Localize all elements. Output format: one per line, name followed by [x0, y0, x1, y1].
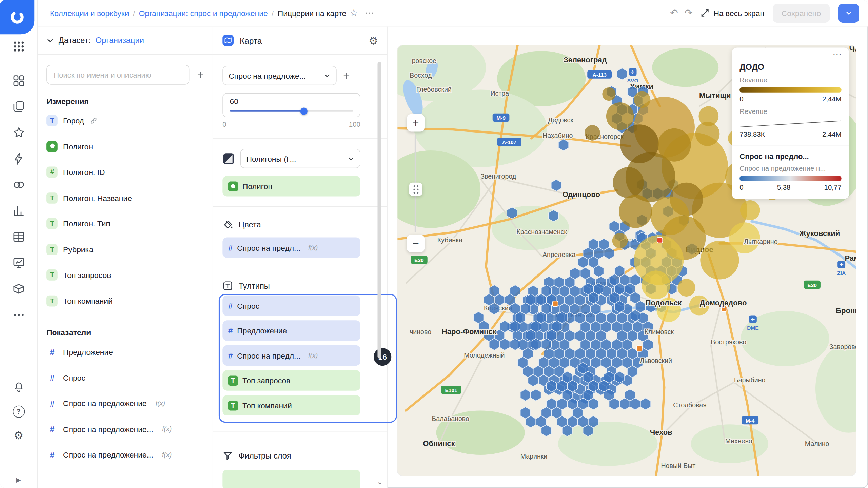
- expand-panel-icon[interactable]: ▶: [16, 476, 21, 484]
- field-label: Топ компаний: [63, 297, 113, 305]
- breadcrumb-collections[interactable]: Коллекции и воркбуки: [50, 8, 129, 17]
- measures-title: Показатели: [38, 328, 213, 337]
- map-hexbin: [617, 68, 627, 80]
- map-hexbin: [531, 389, 541, 401]
- tooltip-chip-top-kompaniy[interactable]: T Топ компаний: [222, 395, 360, 415]
- nav-dashboards-icon[interactable]: [12, 256, 25, 269]
- dataset-header[interactable]: Датасет: Организации: [38, 26, 213, 55]
- dimension-gorod[interactable]: T Город: [38, 108, 213, 134]
- chip-label: Спрос на предл...: [237, 243, 300, 252]
- tooltip-chip-predlozhenie[interactable]: # Предложение: [222, 320, 360, 341]
- zoom-in-button[interactable]: +: [407, 114, 425, 131]
- dimension-poligon[interactable]: Полигон: [38, 134, 213, 159]
- zoom-slider-handle[interactable]: [409, 183, 422, 196]
- more-menu-icon[interactable]: ⋯: [361, 8, 377, 18]
- geopolygon-field-chip[interactable]: Полигон: [222, 176, 360, 196]
- field-label: Полигон. Название: [63, 194, 132, 202]
- measure-spros-na-predlozhenie-2[interactable]: # Спрос на предложение... f(x): [38, 416, 213, 442]
- undo-icon[interactable]: ↶: [670, 7, 678, 19]
- side-rail: ? ⚙ ▶: [0, 0, 38, 488]
- add-field-icon[interactable]: +: [197, 69, 204, 80]
- map-hexbin: [558, 139, 569, 151]
- dimension-rubrika[interactable]: T Рубрика: [38, 237, 213, 262]
- legend-scale-max: 10,77: [824, 184, 842, 191]
- legend-more-icon[interactable]: ⋯: [739, 51, 841, 60]
- map-city-label: Заворово: [829, 343, 856, 350]
- dimension-top-kompaniy[interactable]: T Топ компаний: [38, 288, 213, 314]
- add-layer-icon[interactable]: +: [343, 70, 350, 81]
- opacity-slider-track[interactable]: [230, 110, 353, 112]
- measure-spros-na-predlozhenie-3[interactable]: # Спрос на предложение... f(x): [38, 442, 213, 468]
- map-city-label: Новый Быт: [661, 462, 695, 469]
- scroll-more-icon[interactable]: ⌄: [377, 477, 383, 486]
- map-legend: ⋯ ДОДО Revenue 0 2,44M Revenue 738,83К 2…: [732, 47, 849, 199]
- layer-filter-chip-partial[interactable]: [222, 470, 360, 488]
- nav-charts-icon[interactable]: [12, 204, 25, 217]
- dimension-poligon-id[interactable]: # Полигон. ID: [38, 159, 213, 185]
- tooltip-chip-spros-na-predl[interactable]: # Спрос на предл... f(x): [222, 345, 360, 366]
- layer-opacity-control[interactable]: 60: [222, 93, 360, 117]
- nav-datasets-icon[interactable]: [12, 230, 25, 243]
- number-type-icon: #: [46, 399, 58, 408]
- help-icon[interactable]: ?: [13, 406, 25, 418]
- nav-connections-icon[interactable]: [12, 178, 25, 191]
- nav-favorites-icon[interactable]: [12, 126, 25, 139]
- chart-settings-gear-icon[interactable]: ⚙: [369, 35, 378, 46]
- map-road-badge-label: Е101: [445, 387, 458, 393]
- string-type-icon: T: [228, 375, 238, 385]
- redo-icon[interactable]: ↷: [685, 7, 692, 19]
- chip-label: Полигон: [242, 182, 272, 190]
- dimension-poligon-name[interactable]: T Полигон. Название: [38, 185, 213, 211]
- tooltip-chip-spros[interactable]: # Спрос: [222, 296, 360, 316]
- map-bubble: [620, 124, 659, 163]
- dimension-poligon-type[interactable]: T Полигон. Тип: [38, 211, 213, 237]
- map-bubble: [619, 195, 652, 228]
- number-type-icon: #: [46, 347, 58, 357]
- field-label: Спрос на предложение: [63, 399, 147, 408]
- string-type-icon: T: [46, 295, 58, 306]
- datalens-logo[interactable]: [0, 0, 34, 34]
- number-type-icon: #: [228, 301, 233, 310]
- map-city-label: Звенигород: [480, 172, 516, 180]
- zoom-out-button[interactable]: −: [407, 235, 425, 252]
- map-city-label: Краснознаменск: [516, 228, 567, 236]
- legend-layer2-sublabel: Спрос на предложение н...: [739, 165, 841, 173]
- panel-scrollbar[interactable]: [377, 62, 381, 359]
- nav-more-icon[interactable]: [12, 308, 25, 321]
- map-hexbin: [520, 389, 531, 401]
- nav-quick-icon[interactable]: [12, 152, 25, 165]
- measure-spros-na-predlozhenie[interactable]: # Спрос на предложение f(x): [38, 391, 213, 416]
- save-dropdown-button[interactable]: [838, 4, 859, 23]
- map-bubble: [585, 125, 600, 141]
- top-bar: Коллекции и воркбуки Организации: спрос …: [38, 0, 868, 26]
- saved-label: Сохранено: [782, 8, 821, 17]
- tooltip-chip-top-zaprosov[interactable]: T Топ запросов: [222, 370, 360, 390]
- formula-badge: f(x): [162, 425, 172, 433]
- map-forest: [558, 422, 658, 466]
- measure-spros[interactable]: # Спрос: [38, 365, 213, 391]
- map-bubble: [634, 91, 650, 108]
- string-type-icon: T: [228, 400, 238, 410]
- settings-gear-icon[interactable]: ⚙: [14, 430, 23, 441]
- field-search-input[interactable]: [46, 65, 190, 85]
- measure-predlozhenie[interactable]: # Предложение: [38, 339, 213, 365]
- notifications-bell-icon[interactable]: [12, 380, 25, 393]
- map-city-label: Наро-Фоминск: [442, 327, 497, 336]
- color-field-chip[interactable]: # Спрос на предл... f(x): [222, 237, 360, 258]
- nav-workbooks-icon[interactable]: [12, 74, 25, 87]
- map-city-label: Михнево: [725, 437, 752, 445]
- geotype-select[interactable]: Полигоны (Г...: [240, 149, 360, 168]
- dataset-name-link[interactable]: Организации: [96, 36, 144, 45]
- saved-button[interactable]: Сохранено: [773, 4, 830, 23]
- nav-collections-icon[interactable]: [12, 100, 25, 114]
- dimension-top-zaprosov[interactable]: T Топ запросов: [38, 262, 213, 288]
- layer-select[interactable]: Спрос на предложе...: [222, 66, 336, 85]
- fullscreen-button[interactable]: На весь экран: [701, 8, 764, 17]
- field-label: Рубрика: [63, 245, 93, 254]
- favorite-star-icon[interactable]: ☆: [346, 8, 361, 18]
- apps-grid-icon[interactable]: [12, 40, 25, 53]
- string-type-icon: T: [46, 270, 58, 281]
- nav-storage-icon[interactable]: [12, 282, 25, 296]
- opacity-handle[interactable]: [300, 107, 307, 115]
- breadcrumb-workbook[interactable]: Организации: спрос и предложение: [139, 8, 268, 17]
